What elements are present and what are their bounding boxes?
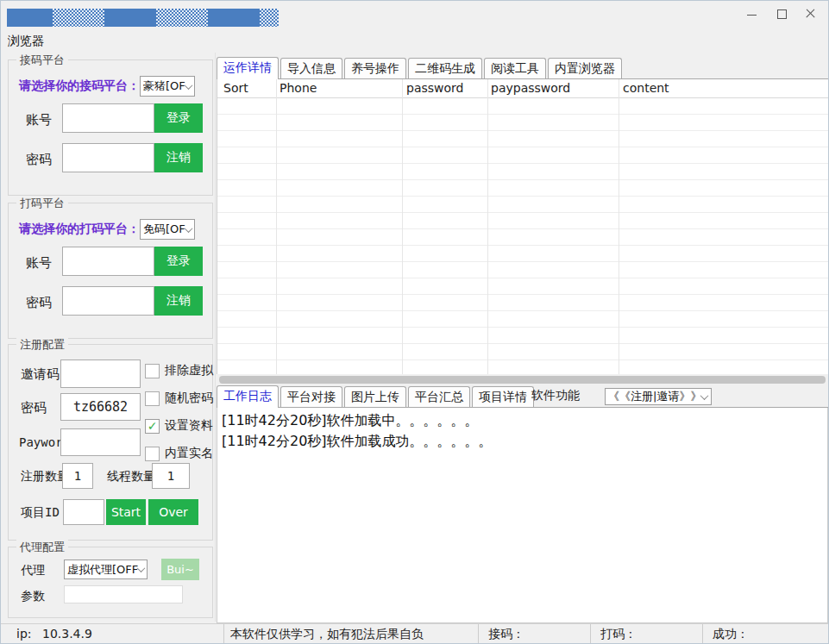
captcha-platform-select[interactable]: 免码[OF bbox=[140, 219, 195, 240]
tab-reading-tools[interactable]: 阅读工具 bbox=[484, 58, 546, 78]
tab-account-ops[interactable]: 养号操作 bbox=[344, 58, 406, 78]
receive-login-button[interactable]: 登录 bbox=[154, 103, 203, 133]
stripe-segment bbox=[156, 9, 208, 27]
checkbox-random-password[interactable]: 随机密码 bbox=[145, 391, 213, 406]
thread-count-input[interactable] bbox=[152, 463, 190, 489]
thread-count-label: 线程数量 bbox=[107, 469, 155, 485]
captcha-password-input[interactable] bbox=[62, 286, 154, 316]
maximize-icon[interactable] bbox=[776, 9, 787, 19]
close-icon[interactable] bbox=[806, 9, 816, 19]
build-button[interactable]: Bui~ bbox=[161, 559, 199, 580]
column-divider bbox=[487, 79, 488, 374]
tab-run-details[interactable]: 运作详情 bbox=[217, 57, 279, 79]
work-log: [11时42分20秒]软件加载中。。。。。。[11时42分20秒]软件加载成功。… bbox=[217, 408, 828, 623]
column-divider bbox=[276, 79, 277, 374]
captcha-logout-button[interactable]: 注销 bbox=[154, 286, 203, 316]
stripe-segment bbox=[7, 9, 53, 27]
status-divider bbox=[223, 624, 224, 644]
checkbox-builtin-realname[interactable]: 内置实名 bbox=[145, 446, 213, 461]
checkbox-label: 设置资料 bbox=[165, 418, 213, 434]
status-divider bbox=[478, 624, 479, 644]
tab-platform-summary[interactable]: 平台汇总 bbox=[408, 386, 470, 407]
browser-label: 浏览器 bbox=[8, 34, 44, 49]
table-row bbox=[217, 262, 829, 278]
captcha-account-input[interactable] bbox=[62, 247, 154, 276]
proxy-select[interactable]: 虚拟代理[OFF bbox=[64, 560, 148, 579]
status-divider bbox=[702, 624, 703, 644]
tab-builtin-browser[interactable]: 内置浏览器 bbox=[548, 58, 622, 78]
account-label: 账号 bbox=[26, 112, 52, 128]
password-label: 密码 bbox=[26, 295, 52, 311]
stripe-segment bbox=[53, 9, 104, 27]
tab-platform-link[interactable]: 平台对接 bbox=[280, 386, 342, 407]
results-table: Sort Phone password paypassword content bbox=[217, 79, 829, 374]
scrollbar-thumb[interactable] bbox=[219, 376, 826, 384]
tab-work-log[interactable]: 工作日志 bbox=[217, 385, 279, 408]
checkbox-icon bbox=[145, 447, 160, 461]
group-receive-code-platform: 接码平台 请选择你的接码平台： 豪猪[OF 账号 登录 密码 注销 bbox=[8, 59, 213, 196]
payword-input[interactable] bbox=[60, 428, 141, 456]
group-title: 打码平台 bbox=[16, 196, 68, 211]
checkbox-set-profile[interactable]: ✓ 设置资料 bbox=[145, 418, 213, 434]
title-bar bbox=[1, 1, 828, 30]
stripe-segment bbox=[208, 9, 260, 27]
table-header: Sort Phone password paypassword content bbox=[217, 79, 829, 98]
tab-image-upload[interactable]: 图片上传 bbox=[344, 386, 406, 407]
receive-platform-select[interactable]: 豪猪[OF bbox=[140, 76, 195, 97]
minimize-icon[interactable] bbox=[747, 9, 757, 19]
column-divider bbox=[402, 79, 403, 374]
group-proxy-config: 代理配置 代理 虚拟代理[OFF Bui~ 参数 bbox=[8, 547, 213, 618]
horizontal-scrollbar[interactable] bbox=[217, 374, 829, 386]
start-button[interactable]: Start bbox=[106, 499, 146, 525]
tab-project-details[interactable]: 项目详情 bbox=[472, 386, 534, 407]
column-divider bbox=[619, 79, 619, 374]
mode-select-value: 《《注册|邀请》》 bbox=[608, 389, 701, 404]
table-row bbox=[217, 229, 829, 246]
table-row bbox=[217, 344, 829, 360]
table-row bbox=[217, 164, 829, 180]
stripe-segment bbox=[260, 9, 279, 27]
receive-account-input[interactable] bbox=[62, 103, 154, 133]
project-id-input[interactable] bbox=[63, 499, 104, 525]
table-row bbox=[217, 295, 829, 311]
register-password-input[interactable] bbox=[60, 393, 141, 421]
table-row bbox=[217, 360, 829, 374]
table-row bbox=[217, 311, 829, 328]
receive-logout-button[interactable]: 注销 bbox=[154, 143, 203, 172]
column-header-content: content bbox=[623, 81, 669, 95]
mode-select[interactable]: 《《注册|邀请》》 bbox=[605, 388, 712, 405]
chevron-down-icon bbox=[137, 564, 146, 572]
param-input[interactable] bbox=[64, 585, 183, 603]
over-button[interactable]: Over bbox=[148, 499, 198, 525]
checkbox-label: 内置实名 bbox=[165, 446, 213, 461]
group-register-config: 注册配置 邀请码 密码 Payword 排除虚拟 随机密码 ✓ 设置资料 内置实… bbox=[8, 344, 213, 541]
table-row bbox=[217, 246, 829, 262]
app-window: 浏览器 接码平台 请选择你的接码平台： 豪猪[OF 账号 登录 密码 注销 打码… bbox=[0, 0, 829, 644]
chevron-down-icon bbox=[700, 391, 709, 400]
table-row bbox=[217, 147, 829, 164]
proxy-select-value: 虚拟代理[OFF bbox=[67, 562, 138, 578]
checkbox-exclude-virtual[interactable]: 排除虚拟 bbox=[145, 363, 213, 378]
invite-code-label: 邀请码 bbox=[21, 366, 60, 383]
captcha-login-button[interactable]: 登录 bbox=[154, 247, 203, 276]
ip-value: 10.3.4.9 bbox=[42, 627, 92, 641]
ip-label: ip: bbox=[16, 627, 32, 641]
checkbox-icon: ✓ bbox=[145, 419, 160, 434]
log-line: [11时42分20秒]软件加载成功。。。。。。 bbox=[222, 431, 823, 452]
receive-password-input[interactable] bbox=[62, 143, 154, 172]
tab-import-info[interactable]: 导入信息 bbox=[280, 58, 342, 78]
tab-qrcode-gen[interactable]: 二维码生成 bbox=[408, 58, 482, 78]
register-count-input[interactable] bbox=[62, 463, 93, 489]
table-row bbox=[217, 278, 829, 295]
disclaimer-text: 本软件仅供学习，如有犯法后果自负 bbox=[230, 627, 424, 642]
table-body bbox=[217, 98, 829, 374]
log-tab-bar: 工作日志 平台对接 图片上传 平台汇总 项目详情 软件功能 《《注册|邀请》》 bbox=[217, 387, 829, 408]
table-row bbox=[217, 131, 829, 147]
invite-code-input[interactable] bbox=[60, 360, 141, 388]
captcha-platform-select-label: 请选择你的打码平台： bbox=[19, 222, 140, 237]
checkbox-label: 排除虚拟 bbox=[165, 363, 213, 378]
status-divider bbox=[590, 624, 591, 644]
chevron-down-icon bbox=[184, 81, 192, 90]
receive-platform-select-value: 豪猪[OF bbox=[143, 78, 185, 94]
column-header-phone: Phone bbox=[279, 81, 317, 95]
